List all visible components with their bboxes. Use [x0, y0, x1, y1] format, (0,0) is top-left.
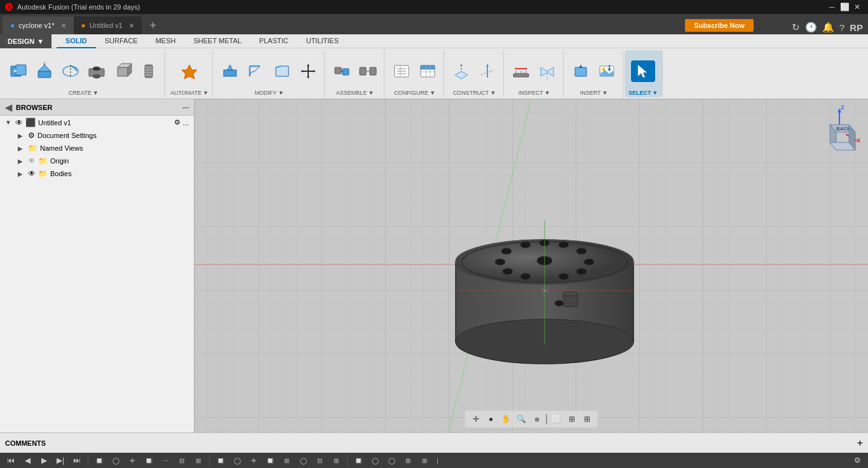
axis-btn[interactable]	[475, 60, 499, 82]
display-mode-btn6[interactable]: ⊟	[175, 454, 189, 467]
move-btn[interactable]	[296, 60, 320, 82]
display-mode-btn7[interactable]: ⊞	[191, 454, 205, 467]
help-icon[interactable]: ?	[839, 22, 844, 33]
pan-btn[interactable]: ✋	[499, 413, 513, 425]
status-btn15[interactable]: ⊞	[329, 454, 343, 467]
tab-untitled[interactable]: ● Untitled v1 ✕	[74, 17, 142, 34]
extrude-btn[interactable]	[32, 60, 57, 82]
select-btn[interactable]	[631, 60, 655, 82]
eye-icon-origin[interactable]: 👁	[28, 156, 36, 165]
status-btn19[interactable]: ⊞	[401, 454, 415, 467]
create-group-label[interactable]: CREATE ▼	[69, 90, 98, 97]
hole-btn[interactable]	[85, 60, 109, 82]
display-mode-btn2[interactable]: ◯	[109, 454, 123, 467]
play-btn[interactable]: ▶	[37, 454, 51, 467]
status-btn17[interactable]: ◯	[368, 454, 382, 467]
minimize-btn[interactable]: ─	[826, 1, 837, 13]
root-expand-icon[interactable]: ▼	[5, 119, 13, 126]
step-fwd-btn[interactable]: ▶|	[53, 454, 67, 467]
insert-image-btn[interactable]	[595, 60, 619, 82]
plane-btn[interactable]	[449, 60, 473, 82]
refresh-icon[interactable]: ↻	[792, 22, 800, 33]
insert-derive-btn[interactable]	[569, 60, 593, 82]
measure-btn[interactable]	[509, 60, 533, 82]
step-back-btn[interactable]: ◀	[20, 454, 34, 467]
eye-icon-bodies[interactable]: 👁	[28, 169, 36, 178]
status-btn10[interactable]: ✛	[247, 454, 261, 467]
bodies-expand-icon[interactable]: ▶	[18, 170, 25, 177]
status-btn9[interactable]: ◯	[230, 454, 244, 467]
settings-btn[interactable]: ⚙	[850, 454, 864, 467]
display-mode-btn3[interactable]: ✛	[125, 454, 139, 467]
automate-btn[interactable]	[177, 60, 201, 82]
display-mode-btn5[interactable]: ⋯	[158, 454, 172, 467]
browser-item-doc-settings[interactable]: ▶ ⚙ Document Settings	[0, 129, 194, 142]
browser-collapse-btn[interactable]: ◀	[5, 102, 12, 113]
tab-utilities[interactable]: UTILITIES	[297, 34, 348, 48]
display-mode-btn1[interactable]: 🔲	[92, 454, 106, 467]
tab-plastic[interactable]: PLASTIC	[250, 34, 297, 48]
tab-close-untitled[interactable]: ✕	[129, 22, 134, 29]
status-btn11[interactable]: 🔲	[263, 454, 277, 467]
construct-group-label[interactable]: CONSTRUCT ▼	[453, 90, 496, 97]
joint2-btn[interactable]	[356, 60, 380, 82]
tab-mesh[interactable]: MESH	[147, 34, 185, 48]
browser-minimize-btn[interactable]: ─	[182, 102, 189, 113]
browser-item-bodies[interactable]: ▶ 👁 📁 Bodies	[0, 167, 194, 180]
browser-item-root[interactable]: ▼ 👁 ⬛ Untitled v1 ⚙ ...	[0, 116, 194, 129]
zoom2-btn[interactable]: ⊕	[530, 413, 544, 425]
origin-expand-icon[interactable]: ▶	[18, 158, 25, 165]
status-btn16[interactable]: 🔲	[351, 454, 365, 467]
status-btn18[interactable]: ◯	[384, 454, 398, 467]
new-tab-btn[interactable]: +	[144, 17, 162, 34]
more-icon-root[interactable]: ...	[183, 119, 189, 127]
eye-icon-root[interactable]: 👁	[15, 118, 23, 127]
select-group-label[interactable]: SELECT ▼	[628, 90, 658, 97]
nav-cube[interactable]: Z X BACK	[817, 106, 862, 150]
clock-icon[interactable]: 🕐	[805, 22, 817, 33]
zoom-btn[interactable]: 🔍	[515, 413, 529, 425]
new-component-btn[interactable]: +	[6, 60, 31, 82]
close-btn[interactable]: ✕	[851, 1, 863, 13]
press-pull-btn[interactable]	[218, 60, 242, 82]
chamfer-btn[interactable]	[270, 60, 294, 82]
status-btn14[interactable]: ⊟	[313, 454, 327, 467]
tab-solid[interactable]: SOLID	[57, 34, 96, 48]
tab-close-cyclone[interactable]: ✕	[61, 22, 66, 29]
configure-group-label[interactable]: CONFIGURE ▼	[394, 90, 435, 97]
more-view-btn[interactable]: ⊞	[580, 413, 594, 425]
configure-table-btn[interactable]	[416, 60, 440, 82]
account-icon[interactable]: RP	[850, 22, 863, 33]
settings-icon-root[interactable]: ⚙	[174, 118, 180, 127]
go-to-start-btn[interactable]: ⏮	[4, 454, 18, 467]
view-cube-btn[interactable]: ⬜	[550, 413, 564, 425]
browser-item-named-views[interactable]: ▶ 📁 Named Views	[0, 142, 194, 155]
subscribe-button[interactable]: Subscribe Now	[685, 19, 753, 32]
tab-cyclone[interactable]: ● cyclone v1* ✕	[3, 17, 74, 34]
assemble-group-label[interactable]: ASSEMBLE ▼	[336, 90, 374, 97]
doc-settings-expand-icon[interactable]: ▶	[18, 132, 25, 139]
section-btn[interactable]	[535, 60, 559, 82]
tab-sheet-metal[interactable]: SHEET METAL	[184, 34, 250, 48]
viewport[interactable]: Z X BACK ✛ ● ✋ 🔍 ⊕ ⬜ ⊞ ⊞	[194, 99, 868, 432]
automate-group-label[interactable]: AUTOMATE ▼	[170, 90, 208, 97]
tab-surface[interactable]: SURFACE	[96, 34, 147, 48]
restore-btn[interactable]: ⬜	[839, 1, 850, 13]
modify-group-label[interactable]: MODIFY ▼	[255, 90, 284, 97]
status-btn12[interactable]: ⊞	[280, 454, 294, 467]
inspect-group-label[interactable]: INSPECT ▼	[519, 90, 550, 97]
revolve-btn[interactable]	[58, 60, 83, 82]
browser-item-origin[interactable]: ▶ 👁 📁 Origin	[0, 155, 194, 167]
configure-param-btn[interactable]	[390, 60, 414, 82]
thread-btn[interactable]	[137, 60, 161, 82]
status-btn8[interactable]: 🔲	[214, 454, 227, 467]
insert-group-label[interactable]: INSERT ▼	[580, 90, 608, 97]
bell-icon[interactable]: 🔔	[822, 22, 834, 33]
joint-btn[interactable]	[330, 60, 354, 82]
look-btn[interactable]: ●	[484, 413, 498, 425]
box-btn[interactable]	[111, 60, 135, 82]
go-to-end-btn[interactable]: ⏭	[70, 454, 84, 467]
orbit-btn[interactable]: ✛	[469, 413, 483, 425]
fillet-btn[interactable]	[244, 60, 268, 82]
display-mode-btn4[interactable]: 🔲	[142, 454, 156, 467]
